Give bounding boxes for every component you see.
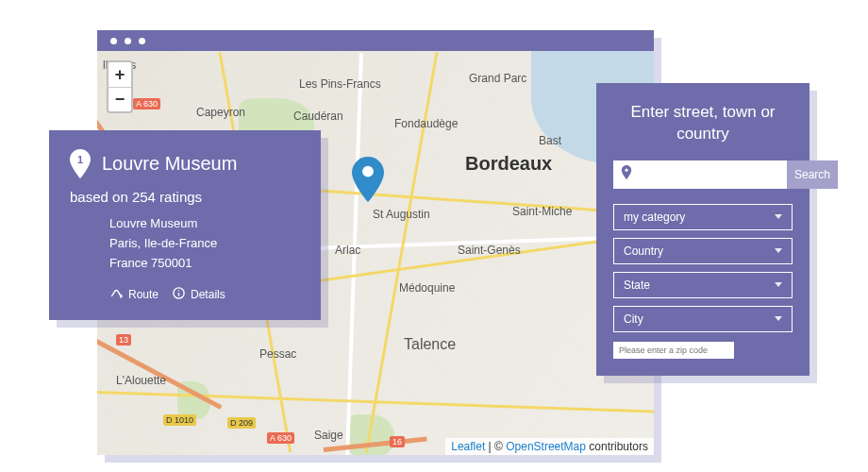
city-label: Saige [314, 429, 343, 442]
zoom-out-button[interactable]: − [108, 87, 131, 111]
place-title: Louvre Museum [102, 153, 237, 175]
chevron-down-icon [775, 248, 782, 253]
dropdown-label: Country [624, 244, 663, 258]
address-line: Paris, Ile-de-France [109, 234, 300, 254]
details-label: Details [191, 288, 225, 301]
route-label: Route [128, 288, 159, 301]
attribution-tail: contributors [586, 440, 648, 453]
route-icon [109, 286, 124, 303]
location-pin-icon [621, 165, 632, 184]
search-panel-title: Enter street, town or country [613, 102, 793, 145]
place-address: Louvre Museum Paris, Ile-de-France Franc… [109, 214, 300, 273]
map-attribution: Leaflet | © OpenStreetMap contributors [445, 438, 654, 455]
osm-link[interactable]: OpenStreetMap [506, 440, 586, 453]
search-button[interactable]: Search [787, 160, 838, 189]
city-label-bordeaux: Bordeaux [465, 153, 552, 175]
address-line: France 750001 [109, 254, 300, 274]
window-dot [139, 38, 145, 44]
window-titlebar [97, 30, 654, 51]
svg-point-4 [178, 290, 179, 291]
ratings-line: based on 254 ratings [70, 189, 300, 205]
route-button[interactable]: Route [109, 286, 159, 303]
city-dropdown[interactable]: City [613, 306, 793, 332]
road-shield: A 630 [267, 432, 294, 444]
road-shield: A 630 [133, 98, 160, 110]
window-dot [110, 38, 117, 44]
chevron-down-icon [775, 282, 782, 287]
city-label: St Augustin [373, 208, 430, 221]
state-dropdown[interactable]: State [613, 272, 793, 298]
road-shield: 16 [390, 436, 405, 447]
road-shield: 13 [116, 334, 131, 346]
window-dot [125, 38, 131, 44]
map-marker-icon[interactable] [352, 157, 384, 202]
category-dropdown[interactable]: my category [613, 204, 793, 230]
dropdown-label: my category [624, 211, 685, 224]
info-icon [172, 286, 186, 303]
zoom-control: + − [107, 60, 133, 113]
svg-point-0 [362, 166, 374, 177]
city-label: Médoquine [399, 281, 455, 295]
attribution-sep: | © [485, 440, 506, 453]
svg-text:1: 1 [77, 154, 83, 165]
city-label: Les Pins-Francs [299, 77, 381, 91]
search-input[interactable] [638, 168, 779, 181]
road-shield: D 1010 [163, 414, 196, 426]
zoom-in-button[interactable]: + [108, 62, 131, 87]
city-label: Grand Parc [469, 72, 526, 85]
dropdown-label: State [624, 278, 650, 292]
leaflet-link[interactable]: Leaflet [451, 440, 485, 453]
details-button[interactable]: Details [172, 286, 225, 303]
dropdown-label: City [624, 312, 643, 326]
search-panel: Enter street, town or country Search my … [596, 83, 810, 376]
country-dropdown[interactable]: Country [613, 238, 793, 264]
address-line: Louvre Museum [109, 214, 300, 234]
city-label: Talence [404, 336, 456, 353]
svg-point-5 [625, 168, 627, 171]
chevron-down-icon [775, 316, 782, 321]
place-details-panel: 1 Louvre Museum based on 254 ratings Lou… [49, 130, 321, 320]
city-label: Pessac [259, 347, 296, 361]
zip-input[interactable] [613, 342, 734, 359]
chevron-down-icon [775, 214, 782, 219]
rank-pin-icon: 1 [70, 149, 91, 177]
search-box [613, 160, 787, 189]
road-shield: D 209 [227, 417, 256, 429]
